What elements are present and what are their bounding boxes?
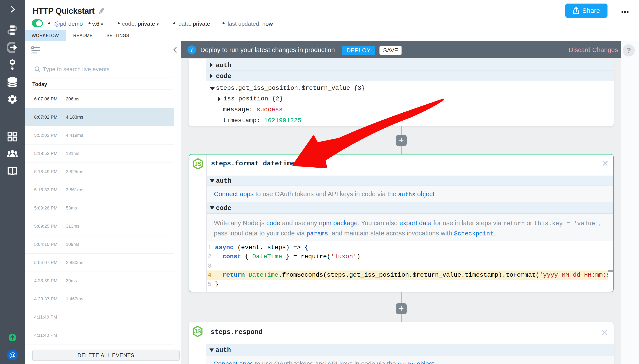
svg-text:@: @ — [9, 351, 16, 359]
svg-text:JS: JS — [194, 328, 201, 335]
svg-text:JS: JS — [195, 160, 202, 167]
